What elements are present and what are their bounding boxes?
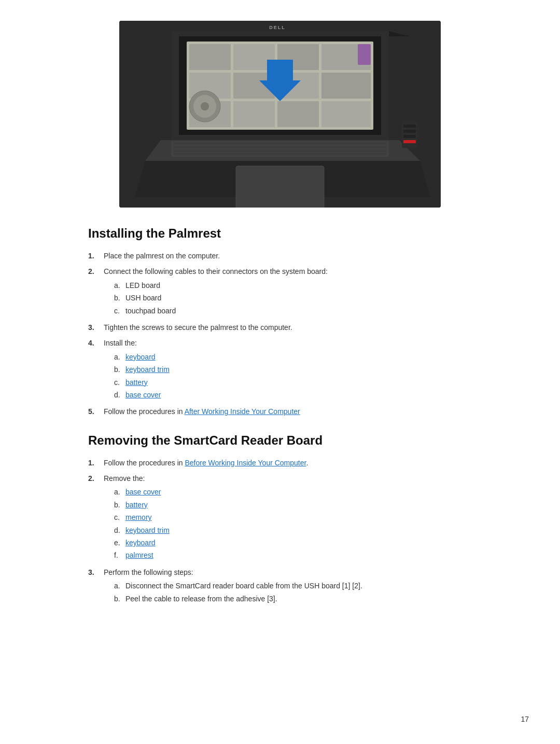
step-number: 5.: [88, 406, 104, 417]
svg-rect-27: [174, 149, 386, 152]
laptop-image-container: DELL: [88, 21, 472, 208]
sub-list: a. Disconnect the SmartCard reader board…: [104, 580, 472, 604]
step-2-2: 2. Remove the: a. base cover b. battery …: [88, 473, 472, 562]
sub-label: b.: [114, 593, 125, 604]
before-working-link[interactable]: Before Working Inside Your Computer: [185, 459, 306, 467]
step-1-1: 1. Place the palmrest on the computer.: [88, 250, 472, 261]
step-text-after: .: [306, 459, 308, 467]
svg-point-20: [201, 102, 209, 111]
sub-label: a.: [114, 280, 125, 291]
sub-text: Peel the cable to release from the adhes…: [125, 593, 277, 604]
step-text: Tighten the screws to secure the palmres…: [104, 322, 472, 333]
svg-rect-15: [233, 101, 275, 127]
step-text: Perform the following steps:: [104, 568, 193, 576]
sub-text: Disconnect the SmartCard reader board ca…: [125, 580, 362, 591]
section2-title: Removing the SmartCard Reader Board: [88, 433, 472, 448]
sub-text: touchpad board: [125, 305, 176, 316]
step-number: 1.: [88, 250, 104, 261]
sub-label: b.: [114, 364, 125, 375]
sub-item: c. touchpad board: [114, 305, 472, 316]
sub-item: e. keyboard: [114, 537, 472, 548]
sub-list: a. LED board b. USH board c. touchpad bo…: [104, 280, 472, 316]
svg-rect-30: [236, 166, 324, 208]
step-number: 2.: [88, 473, 104, 562]
keyboard-trim-link[interactable]: keyboard trim: [125, 364, 170, 375]
page-number: 17: [521, 715, 529, 723]
step-1-4: 4. Install the: a. keyboard b. keyboard …: [88, 337, 472, 402]
laptop-image: DELL: [119, 21, 441, 208]
base-cover-link-2[interactable]: base cover: [125, 486, 161, 498]
svg-rect-26: [174, 146, 386, 148]
battery-link-2[interactable]: battery: [125, 499, 148, 511]
svg-rect-34: [403, 135, 416, 138]
svg-rect-35: [403, 140, 416, 143]
sub-list: a. base cover b. battery c. memory d. ke…: [104, 486, 472, 561]
sub-label: a.: [114, 486, 125, 498]
step-number: 1.: [88, 457, 104, 469]
sub-item: c. memory: [114, 512, 472, 523]
svg-rect-25: [174, 142, 386, 145]
sub-item: a. Disconnect the SmartCard reader board…: [114, 580, 472, 591]
base-cover-link[interactable]: base cover: [125, 389, 161, 401]
keyboard-trim-link-2[interactable]: keyboard trim: [125, 525, 170, 536]
sub-label: a.: [114, 580, 125, 591]
sub-item: a. LED board: [114, 280, 472, 291]
step-2-3: 3. Perform the following steps: a. Disco…: [88, 567, 472, 605]
after-working-link[interactable]: After Working Inside Your Computer: [185, 407, 300, 416]
sub-item: b. keyboard trim: [114, 364, 472, 375]
step-number: 3.: [88, 567, 104, 605]
sub-label: c.: [114, 305, 125, 316]
step-content: Perform the following steps: a. Disconne…: [104, 567, 472, 605]
sub-text: LED board: [125, 280, 160, 291]
step-content: Remove the: a. base cover b. battery c. …: [104, 473, 472, 562]
svg-rect-6: [189, 44, 231, 70]
svg-rect-17: [321, 101, 371, 127]
sub-label: c.: [114, 377, 125, 388]
sub-label: e.: [114, 537, 125, 548]
sub-label: f.: [114, 549, 125, 561]
step-content: Connect the following cables to their co…: [104, 266, 472, 318]
sub-label: a.: [114, 351, 125, 363]
sub-item: d. base cover: [114, 389, 472, 401]
step-number: 3.: [88, 322, 104, 333]
svg-rect-22: [358, 44, 371, 65]
svg-rect-33: [403, 130, 416, 133]
palmrest-link[interactable]: palmrest: [125, 549, 153, 561]
step-text: Connect the following cables to their co…: [104, 267, 328, 275]
sub-label: d.: [114, 525, 125, 536]
section1-title: Installing the Palmrest: [88, 226, 472, 241]
keyboard-link[interactable]: keyboard: [125, 351, 156, 363]
svg-rect-13: [321, 73, 371, 99]
sub-item: a. keyboard: [114, 351, 472, 363]
svg-rect-32: [403, 125, 416, 128]
memory-link[interactable]: memory: [125, 512, 152, 523]
keyboard-link-2[interactable]: keyboard: [125, 537, 156, 548]
sub-item: b. USH board: [114, 292, 472, 304]
sub-item: c. battery: [114, 377, 472, 388]
step-content: Follow the procedures in After Working I…: [104, 406, 472, 417]
step-number: 2.: [88, 266, 104, 318]
step-text: Install the:: [104, 339, 137, 347]
step-1-2: 2. Connect the following cables to their…: [88, 266, 472, 318]
step-text: Place the palmrest on the computer.: [104, 250, 472, 261]
battery-link[interactable]: battery: [125, 377, 148, 388]
svg-rect-16: [277, 101, 319, 127]
sub-label: c.: [114, 512, 125, 523]
page-container: DELL: [57, 0, 503, 652]
step-content: Install the: a. keyboard b. keyboard tri…: [104, 337, 472, 402]
step-content: Follow the procedures in Before Working …: [104, 457, 472, 469]
step-1-3: 3. Tighten the screws to secure the palm…: [88, 322, 472, 333]
sub-label: b.: [114, 292, 125, 304]
sub-label: d.: [114, 389, 125, 401]
sub-text: USH board: [125, 292, 161, 304]
sub-list: a. keyboard b. keyboard trim c. battery …: [104, 351, 472, 401]
svg-text:DELL: DELL: [269, 25, 286, 30]
step-text-before: Follow the procedures in: [104, 459, 185, 467]
step-number: 4.: [88, 337, 104, 402]
section1-steps: 1. Place the palmrest on the computer. 2…: [88, 250, 472, 418]
sub-item: b. battery: [114, 499, 472, 511]
sub-item: d. keyboard trim: [114, 525, 472, 536]
step-2-1: 1. Follow the procedures in Before Worki…: [88, 457, 472, 469]
step-1-5: 5. Follow the procedures in After Workin…: [88, 406, 472, 417]
sub-item: b. Peel the cable to release from the ad…: [114, 593, 472, 604]
